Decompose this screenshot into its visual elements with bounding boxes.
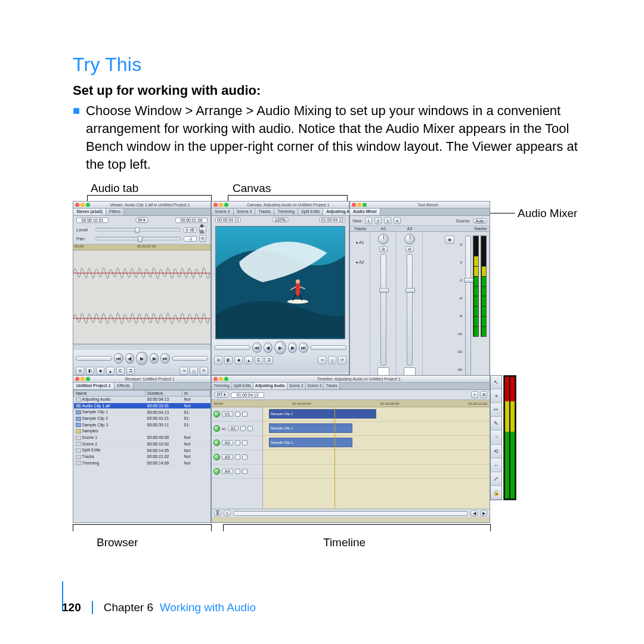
clip-a1[interactable]: Sample Clip 1: [269, 423, 352, 433]
minimize-icon[interactable]: [80, 203, 85, 207]
track-header-a3[interactable]: A3: [212, 450, 262, 465]
close-icon[interactable]: [352, 203, 356, 207]
replace-button[interactable]: ⟳: [200, 367, 208, 375]
zoom-icon[interactable]: [363, 203, 367, 207]
mixer-channel-a1[interactable]: ⊘ 1: [370, 232, 397, 388]
audible-toggle[interactable]: [213, 425, 220, 432]
canvas-zoom[interactable]: 137%: [272, 217, 289, 222]
tl-tab-tracks[interactable]: Tracks: [324, 383, 339, 389]
goto-in-button[interactable]: ⏮: [114, 353, 123, 364]
auto-icon[interactable]: [242, 440, 247, 445]
track-header-a2[interactable]: A2: [212, 436, 262, 450]
insert-button[interactable]: ⇥: [179, 367, 188, 375]
shuttle-slider[interactable]: [214, 345, 250, 350]
snap-button[interactable]: ⌖: [471, 391, 478, 398]
level-slider[interactable]: [95, 228, 181, 231]
mark-out-button[interactable]: ⊐: [126, 367, 135, 375]
canvas-tc-left[interactable]: 00:00:04:13: [215, 217, 241, 222]
tab-splitedits[interactable]: Split Edits: [298, 209, 323, 215]
table-row[interactable]: Split Edits00:00:14:05Not: [74, 447, 210, 454]
table-row[interactable]: Tracks00:00:21:02Not: [74, 453, 210, 460]
tl-tab-trimming[interactable]: Trimming: [212, 383, 232, 389]
close-icon[interactable]: [75, 203, 79, 207]
table-row[interactable]: Sample Clip 200:00:43:2101:: [74, 415, 210, 422]
level-reset-button[interactable]: �圈: [199, 226, 206, 233]
lock-icon[interactable]: [235, 440, 240, 445]
add-marker-button[interactable]: ▲: [106, 367, 114, 375]
replace-button[interactable]: ⟳: [338, 356, 346, 364]
tool-button-1[interactable]: ⌖: [491, 389, 501, 403]
table-row[interactable]: Scene 200:00:10:02Not: [74, 441, 210, 447]
viewer-tabs[interactable]: Stereo (a1a2) Filters: [73, 209, 210, 216]
add-keyframe-button[interactable]: ◆: [96, 367, 104, 375]
clip-v1[interactable]: Sample Clip 1: [269, 409, 376, 419]
tool-button-0[interactable]: ↖: [491, 376, 501, 389]
track-header-a1[interactable]: a1A1: [212, 422, 262, 436]
mixer-tab[interactable]: Audio Mixer: [350, 209, 380, 215]
view-1-button[interactable]: 1: [365, 217, 372, 224]
step-back-button[interactable]: ◀: [264, 342, 273, 353]
canvas-tc-right[interactable]: 01:00:04:13: [320, 217, 345, 222]
viewer-window[interactable]: Viewer: Audio Clip 1.aif in Untitled Pro…: [73, 201, 211, 375]
match-frame-button[interactable]: ⧉: [214, 356, 222, 364]
tool-button-2[interactable]: ✂: [491, 403, 501, 417]
tool-palette[interactable]: ↖⌖✂✎␠⟲↔⤢🔒: [490, 375, 502, 500]
table-row[interactable]: Audio Clip 1.aif00:00:33:01Not: [74, 402, 210, 409]
mixer-channel-a2[interactable]: ⊘ 1: [397, 232, 423, 388]
mark-in-button[interactable]: ⊏: [255, 356, 263, 364]
pan-value[interactable]: -1: [184, 236, 197, 242]
browser-tab-project[interactable]: Untitled Project 1: [73, 383, 114, 389]
track-header-a4[interactable]: A4: [212, 465, 262, 479]
play-button[interactable]: ▶: [274, 341, 286, 354]
jog-slider[interactable]: [172, 356, 208, 361]
table-row[interactable]: Trimming00:00:14:09Not: [74, 460, 210, 466]
shuttle-slider[interactable]: [76, 356, 112, 361]
mixer-tabs[interactable]: Audio Mixer: [350, 209, 490, 216]
tab-trimming[interactable]: Trimming: [274, 209, 298, 215]
auto-icon[interactable]: [242, 411, 247, 417]
view-2-button[interactable]: 2: [374, 217, 382, 224]
table-row[interactable]: Sample Clip 300:00:35:1101:: [74, 422, 210, 428]
mute-button[interactable]: ⊘: [405, 246, 414, 252]
viewer-titlebar[interactable]: Viewer: Audio Clip 1.aif in Untitled Pro…: [73, 202, 210, 209]
auto-icon[interactable]: [247, 426, 253, 431]
mixer-titlebar[interactable]: Tool Bench: [350, 202, 490, 209]
browser-tab-effects[interactable]: Effects: [114, 383, 134, 389]
viewer-tab-filters[interactable]: Filters: [106, 209, 124, 215]
track-header-v1[interactable]: V1: [212, 407, 262, 422]
scroll-left-button[interactable]: ◀: [470, 510, 478, 516]
source-select[interactable]: Auto: [473, 218, 487, 224]
viewer-tc-right[interactable]: 00:00:01:00: [175, 218, 208, 223]
visible-toggle[interactable]: [213, 411, 220, 417]
tab-scene2[interactable]: Scene 2: [212, 209, 234, 215]
add-marker-button[interactable]: ▲: [244, 356, 253, 364]
tool-button-3[interactable]: ✎: [491, 417, 501, 431]
zoom-icon[interactable]: [224, 377, 228, 381]
canvas-tabs[interactable]: Scene 2 Scene 3 Tracks Trimming Split Ed…: [212, 209, 349, 216]
minimize-icon[interactable]: [357, 203, 361, 207]
toggle-waveform-button[interactable]: ∿: [224, 510, 231, 516]
track-headers[interactable]: V1 a1A1 A2 A3 A4: [212, 407, 263, 509]
waveform-area[interactable]: 00:0000:00:07:00: [73, 244, 210, 344]
auto-icon[interactable]: [242, 454, 247, 460]
browser-titlebar[interactable]: Browser: Untitled Project 1: [73, 376, 210, 383]
goto-in-button[interactable]: ⏮: [252, 342, 262, 353]
timeline-tc[interactable]: 01:00:04:13: [231, 392, 264, 398]
insert-button[interactable]: ⇥: [318, 356, 326, 364]
timeline-lanes[interactable]: Sample Clip 1 Sample Clip 1 Sample Clip …: [263, 407, 490, 509]
tool-button-8[interactable]: 🔒: [491, 486, 501, 500]
pan-knob-a2[interactable]: [404, 234, 415, 244]
lock-icon[interactable]: [240, 426, 246, 431]
col-duration[interactable]: Duration: [145, 391, 182, 397]
viewer-tc-left[interactable]: 00:00:16:01: [76, 218, 109, 223]
tab-scene3[interactable]: Scene 3: [234, 209, 256, 215]
canvas-video[interactable]: [215, 226, 345, 339]
clip-a2[interactable]: Sample Clip 1: [269, 438, 352, 447]
view-4-button[interactable]: 4: [394, 217, 401, 224]
track-a1-label[interactable]: ● A1: [355, 234, 364, 252]
close-icon[interactable]: [213, 377, 218, 381]
timeline-window[interactable]: Timeline: Adjusting Audio in Untitled Pr…: [211, 375, 490, 523]
timeline-tabs[interactable]: Trimming Split Edits Adjusting Audio Sce…: [212, 383, 490, 390]
browser-tabs[interactable]: Untitled Project 1 Effects: [73, 383, 210, 390]
track-size-button[interactable]: ≣: [214, 510, 221, 516]
